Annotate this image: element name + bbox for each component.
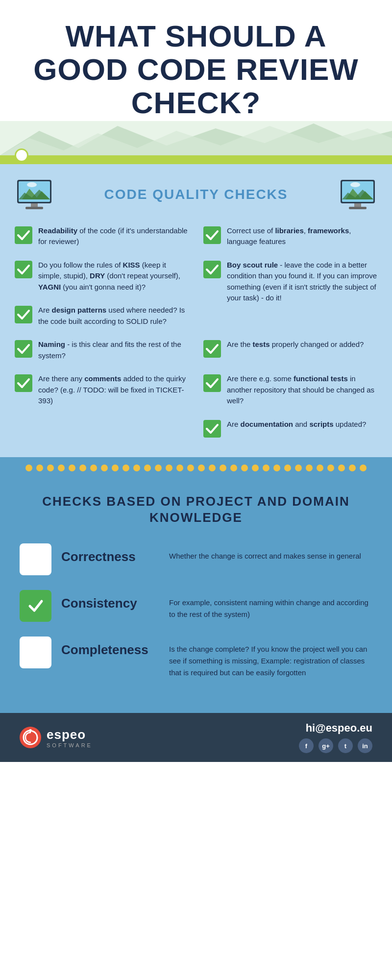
dot-decoration — [36, 465, 43, 471]
checkmark-icon-5 — [15, 374, 32, 392]
domain-desc-consistency: For example, consistent naming within ch… — [169, 590, 372, 620]
monitor-right-icon — [338, 179, 377, 211]
checkmark-icon-7 — [203, 261, 221, 278]
monitor-left-icon — [15, 179, 54, 211]
white-circle-decoration — [15, 148, 28, 162]
dot-decoration — [176, 465, 183, 471]
social-twitter-icon[interactable]: t — [338, 738, 353, 753]
checkmark-icon-6 — [203, 226, 221, 244]
domain-title: CHECKS BASED ON PROJECT AND DOMAIN KNOWL… — [20, 493, 372, 527]
green-stripe — [0, 155, 392, 164]
dot-decoration — [90, 465, 97, 471]
quality-header: CODE QUALITY CHECKS — [15, 179, 377, 211]
check-item-patterns: Are design patterns used where needed? I… — [15, 305, 189, 327]
dot-decoration — [306, 465, 313, 471]
check-text-tests: Are the tests properly changed or added? — [227, 339, 364, 350]
footer-logo: espeo SOFTWARE — [20, 727, 93, 749]
domain-checkbox-correctness — [20, 543, 51, 575]
domain-desc-correctness: Whether the change is correct and makes … — [169, 543, 372, 562]
quality-section: CODE QUALITY CHECKS Readability of the c… — [0, 164, 392, 457]
dot-decoration — [220, 465, 226, 471]
domain-item-completeness: Completeness Is the change complete? If … — [20, 637, 372, 679]
espeo-logo-icon — [20, 727, 42, 749]
check-text-functional-tests: Are there e.g. some functional tests in … — [227, 373, 377, 407]
domain-section: CHECKS BASED ON PROJECT AND DOMAIN KNOWL… — [0, 479, 392, 713]
dots-divider — [0, 457, 392, 479]
svg-point-8 — [27, 182, 37, 187]
dot-decoration — [295, 465, 302, 471]
checkmark-icon-1 — [15, 226, 32, 244]
check-text-libraries: Correct use of libraries, frameworks, la… — [227, 225, 377, 247]
dot-decoration — [47, 465, 54, 471]
domain-checkbox-consistency — [20, 590, 51, 622]
check-text-kiss: Do you follow the rules of KISS (keep it… — [38, 260, 189, 293]
checkmark-icon-9 — [203, 374, 221, 392]
dot-decoration — [273, 465, 280, 471]
social-linkedin-icon[interactable]: in — [358, 738, 372, 753]
check-item-libraries: Correct use of libraries, frameworks, la… — [203, 225, 377, 247]
checkmark-icon-4 — [15, 340, 32, 358]
svg-rect-9 — [31, 203, 38, 207]
check-item-tests: Are the tests properly changed or added? — [203, 339, 377, 361]
domain-desc-completeness: Is the change complete? If you know the … — [169, 637, 372, 679]
svg-point-16 — [350, 182, 360, 187]
check-text-comments: Are there any comments added to the quir… — [38, 373, 189, 407]
dot-decoration — [101, 465, 108, 471]
dot-decoration — [263, 465, 270, 471]
check-text-boyscout: Boy scout rule - leave the code in a bet… — [227, 260, 377, 304]
quality-title: CODE QUALITY CHECKS — [54, 187, 338, 202]
dot-decoration — [317, 465, 323, 471]
check-item-docs: Are documentation and scripts updated? — [203, 419, 377, 438]
dot-decoration — [112, 465, 119, 471]
dot-decoration — [144, 465, 151, 471]
dot-decoration — [69, 465, 75, 471]
dot-decoration — [198, 465, 205, 471]
domain-item-consistency: Consistency For example, consistent nami… — [20, 590, 372, 622]
check-item-comments: Are there any comments added to the quir… — [15, 373, 189, 407]
svg-rect-17 — [354, 203, 361, 207]
check-item-naming: Naming - is this clear and fits the rest… — [15, 339, 189, 361]
checkmark-icon-8 — [203, 340, 221, 358]
dot-decoration — [155, 465, 162, 471]
checkmark-icon-10 — [203, 420, 221, 438]
dot-decoration — [187, 465, 194, 471]
footer-espeo-label: espeo — [47, 727, 93, 742]
check-item-readability: Readability of the code (if it's underst… — [15, 225, 189, 247]
check-text-naming: Naming - is this clear and fits the rest… — [38, 339, 189, 361]
dot-decoration — [230, 465, 237, 471]
domain-label-correctness: Correctness — [61, 543, 159, 564]
check-item-boyscout: Boy scout rule - leave the code in a bet… — [203, 260, 377, 327]
footer-logo-text: espeo SOFTWARE — [47, 727, 93, 748]
dot-decoration — [241, 465, 248, 471]
mountain-divider — [0, 120, 392, 164]
dot-decoration — [122, 465, 129, 471]
social-googleplus-icon[interactable]: g+ — [318, 738, 333, 753]
dot-decoration — [360, 465, 367, 471]
footer-email: hi@espeo.eu — [306, 722, 372, 735]
checklist-grid: Readability of the code (if it's underst… — [15, 225, 377, 438]
svg-rect-10 — [25, 207, 43, 209]
dot-decoration — [133, 465, 140, 471]
check-text-patterns: Are design patterns used where needed? I… — [38, 305, 189, 327]
dot-decoration — [25, 465, 32, 471]
dot-decoration — [58, 465, 65, 471]
main-title: WHAT SHOULD A GOOD CODE REVIEW CHECK? — [29, 20, 363, 120]
dot-decoration — [327, 465, 334, 471]
check-text-docs: Are documentation and scripts updated? — [227, 419, 366, 430]
domain-label-consistency: Consistency — [61, 590, 159, 611]
dot-decoration — [349, 465, 356, 471]
footer: espeo SOFTWARE hi@espeo.eu f g+ t in — [0, 713, 392, 762]
check-text-readability: Readability of the code (if it's underst… — [38, 225, 189, 247]
svg-rect-18 — [349, 207, 367, 209]
header-section: WHAT SHOULD A GOOD CODE REVIEW CHECK? — [0, 0, 392, 120]
checkmark-icon-3 — [15, 306, 32, 323]
dot-decoration — [252, 465, 259, 471]
dot-decoration — [79, 465, 86, 471]
domain-label-completeness: Completeness — [61, 637, 159, 658]
dot-decoration — [209, 465, 216, 471]
domain-item-correctness: Correctness Whether the change is correc… — [20, 543, 372, 575]
svg-point-30 — [29, 729, 32, 732]
social-facebook-icon[interactable]: f — [299, 738, 314, 753]
footer-social: f g+ t in — [299, 738, 372, 753]
check-item-functional-tests: Are there e.g. some functional tests in … — [203, 373, 377, 407]
